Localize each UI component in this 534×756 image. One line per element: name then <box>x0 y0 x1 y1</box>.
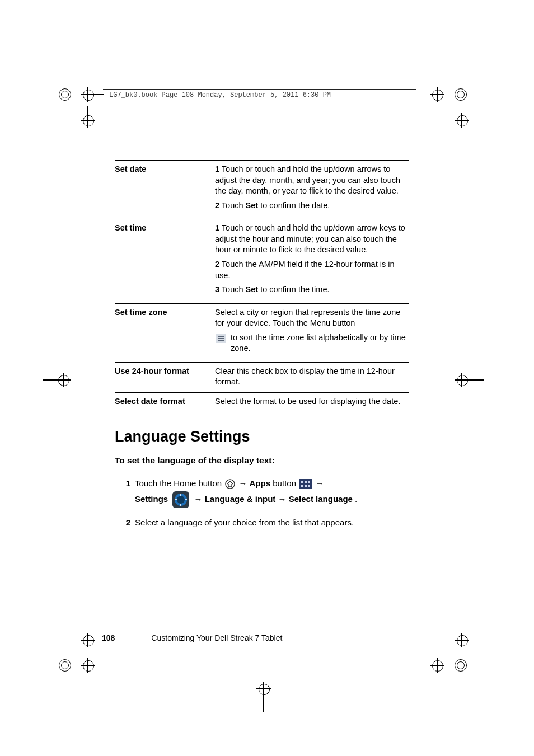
step-number: 1 <box>215 165 219 173</box>
crop-line <box>467 379 484 381</box>
row-label: Set time zone <box>115 303 215 362</box>
step-number: 1 <box>215 223 219 232</box>
step-number: 3 <box>215 285 219 294</box>
crop-line <box>87 106 88 118</box>
list-item: 2 Select a language of your choice from … <box>115 515 409 531</box>
svg-rect-6 <box>301 481 303 483</box>
text: → <box>238 478 249 488</box>
step-bold: Set <box>246 285 259 294</box>
table-row: Select date format Select the format to … <box>115 393 409 412</box>
text: → <box>315 478 324 488</box>
header-rule <box>103 89 416 90</box>
registration-mark-icon <box>59 659 71 672</box>
select-language-label: Select language <box>289 494 353 504</box>
step-text: Touch or touch and hold the up/down arro… <box>215 165 400 195</box>
row-description: Select a city or region that represents … <box>215 303 409 362</box>
step-number: 1 <box>115 476 135 509</box>
sub-heading: To set the language of the display text: <box>115 456 409 466</box>
step: 2 Touch the AM/PM field if the 12-hour f… <box>215 259 406 281</box>
svg-rect-1 <box>218 336 224 337</box>
chapter-title: Customizing Your Dell Streak 7 Tablet <box>151 633 282 642</box>
svg-rect-2 <box>218 338 224 339</box>
text: → <box>278 494 289 504</box>
paragraph: Select a city or region that represents … <box>215 307 406 329</box>
step-bold: Set <box>246 201 259 210</box>
crop-line <box>263 695 264 712</box>
svg-rect-8 <box>308 481 310 483</box>
crop-line <box>43 379 59 381</box>
table-row: Set time zone Select a city or region th… <box>115 303 409 362</box>
svg-rect-3 <box>218 340 224 341</box>
step: 1 Touch or touch and hold the up/down ar… <box>215 164 406 197</box>
row-label: Select date format <box>115 393 215 412</box>
row-label: Use 24-hour format <box>115 362 215 392</box>
row-description: 1 Touch or touch and hold the up/down ar… <box>215 161 409 219</box>
section-heading: Language Settings <box>115 428 409 445</box>
procedure-list: 1 Touch the Home button → Apps button <box>115 476 409 531</box>
row-label: Set date <box>115 161 215 219</box>
table-row: Set time 1 Touch or touch and hold the u… <box>115 219 409 303</box>
page-number: 108 <box>102 633 115 642</box>
svg-rect-11 <box>308 485 310 487</box>
step-text-suffix: to confirm the date. <box>258 201 330 210</box>
step-text-prefix: Touch <box>222 285 246 294</box>
step-number: 2 <box>115 515 135 531</box>
apps-grid-icon <box>299 479 312 489</box>
registration-mark-icon <box>455 88 467 101</box>
print-metadata-header: LG7_bk0.book Page 108 Monday, September … <box>109 91 331 99</box>
row-label: Set time <box>115 219 215 303</box>
step-text-suffix: to confirm the time. <box>258 285 329 294</box>
registration-mark-icon <box>59 88 71 101</box>
text: button <box>273 478 298 488</box>
row-description: Clear this check box to display the time… <box>215 362 409 392</box>
page-content: Set date 1 Touch or touch and hold the u… <box>115 160 409 538</box>
step-number: 2 <box>215 201 219 210</box>
icon-after-text: to sort the time zone list alphabeticall… <box>231 332 406 354</box>
row-description: 1 Touch or touch and hold the up/down ar… <box>215 219 409 303</box>
step-text-prefix: Touch <box>222 201 246 210</box>
step-text: Touch the AM/PM field if the 12-hour for… <box>215 260 395 280</box>
home-icon <box>225 479 235 489</box>
apps-label: Apps <box>250 478 271 488</box>
settings-gear-icon <box>172 491 189 508</box>
svg-point-14 <box>177 496 185 504</box>
table-row: Use 24-hour format Clear this check box … <box>115 362 409 392</box>
table-row: Set date 1 Touch or touch and hold the u… <box>115 161 409 219</box>
text: . <box>355 494 357 504</box>
step: 3 Touch Set to confirm the time. <box>215 284 406 295</box>
settings-table: Set date 1 Touch or touch and hold the u… <box>115 160 409 412</box>
step: 1 Touch or touch and hold the up/down ar… <box>215 223 406 256</box>
step-text: Touch or touch and hold the up/down arro… <box>215 223 405 254</box>
page-footer: 108 Customizing Your Dell Streak 7 Table… <box>102 633 282 642</box>
step: 2 Touch Set to confirm the date. <box>215 200 406 212</box>
list-item: 1 Touch the Home button → Apps button <box>115 476 409 509</box>
row-description: Select the format to be used for display… <box>215 393 409 412</box>
svg-rect-5 <box>299 479 312 489</box>
registration-mark-icon <box>455 659 467 672</box>
svg-rect-9 <box>301 485 303 487</box>
text: → <box>194 494 205 504</box>
hamburger-menu-icon <box>216 334 226 343</box>
paragraph-with-icon: to sort the time zone list alphabeticall… <box>215 332 406 354</box>
svg-rect-10 <box>305 485 307 487</box>
step-body: Select a language of your choice from th… <box>135 515 409 531</box>
settings-label: Settings <box>135 494 168 504</box>
language-input-label: Language & input <box>205 494 276 504</box>
text: Touch the Home button <box>135 478 224 488</box>
footer-divider <box>133 634 133 642</box>
step-body: Touch the Home button → Apps button <box>135 476 409 509</box>
step-number: 2 <box>215 260 219 269</box>
svg-rect-7 <box>305 481 307 483</box>
crop-line <box>93 94 104 95</box>
